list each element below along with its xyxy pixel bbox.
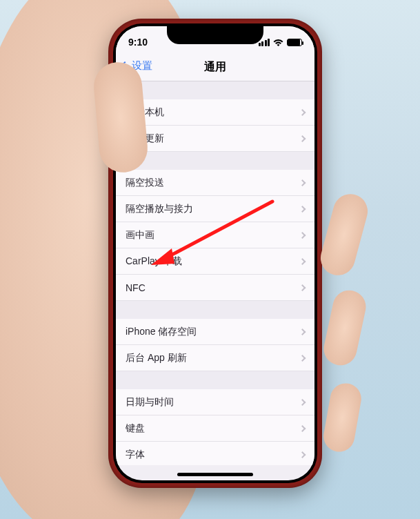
row-pip[interactable]: 画中画 — [116, 222, 314, 248]
nav-bar: 设置 通用 — [116, 54, 314, 81]
chevron-right-icon — [299, 258, 306, 265]
row-label: iPhone 储存空间 — [126, 326, 197, 338]
row-label: CarPlay 车载 — [126, 255, 182, 268]
phone-screen: 9:10 设置 通用 关于本机 — [116, 26, 314, 480]
row-keyboard[interactable]: 键盘 — [116, 415, 314, 442]
chevron-right-icon — [299, 399, 306, 406]
chevron-right-icon — [299, 232, 306, 239]
page-title: 通用 — [204, 60, 226, 75]
chevron-right-icon — [299, 284, 306, 291]
chevron-right-icon — [299, 179, 306, 186]
row-fonts[interactable]: 字体 — [116, 442, 314, 465]
chevron-right-icon — [299, 329, 306, 335]
row-label: NFC — [126, 282, 146, 293]
status-right — [259, 38, 303, 46]
battery-icon — [287, 39, 302, 46]
row-carplay[interactable]: CarPlay 车载 — [116, 248, 314, 275]
row-label: 后台 App 刷新 — [126, 352, 187, 364]
chevron-right-icon — [299, 355, 306, 362]
finger — [321, 287, 369, 369]
row-label: 日期与时间 — [126, 396, 174, 409]
row-storage[interactable]: iPhone 储存空间 — [116, 319, 314, 345]
row-background-refresh[interactable]: 后台 App 刷新 — [116, 345, 314, 371]
wifi-icon — [273, 38, 283, 46]
row-label: 键盘 — [126, 422, 145, 435]
phone-notch — [167, 26, 263, 44]
group-gap — [116, 81, 314, 99]
home-indicator[interactable] — [177, 473, 253, 476]
row-airdrop[interactable]: 隔空投送 — [116, 170, 314, 196]
status-time: 9:10 — [128, 37, 148, 48]
finger — [317, 190, 371, 280]
row-label: 画中画 — [126, 229, 154, 242]
chevron-right-icon — [299, 135, 306, 142]
phone-bezel: 9:10 设置 通用 关于本机 — [113, 23, 317, 483]
row-about[interactable]: 关于本机 — [116, 99, 314, 126]
row-airplay-handoff[interactable]: 隔空播放与接力 — [116, 196, 314, 222]
finger — [321, 381, 364, 454]
chevron-right-icon — [299, 451, 306, 458]
row-label: 字体 — [126, 449, 145, 461]
row-nfc[interactable]: NFC — [116, 275, 314, 301]
group-gap — [116, 371, 314, 389]
group-gap — [116, 301, 314, 319]
row-date-time[interactable]: 日期与时间 — [116, 389, 314, 415]
chevron-right-icon — [299, 206, 306, 213]
chevron-right-icon — [299, 109, 306, 116]
row-label: 隔空投送 — [126, 177, 164, 189]
row-label: 隔空播放与接力 — [126, 203, 193, 215]
chevron-right-icon — [299, 425, 306, 432]
